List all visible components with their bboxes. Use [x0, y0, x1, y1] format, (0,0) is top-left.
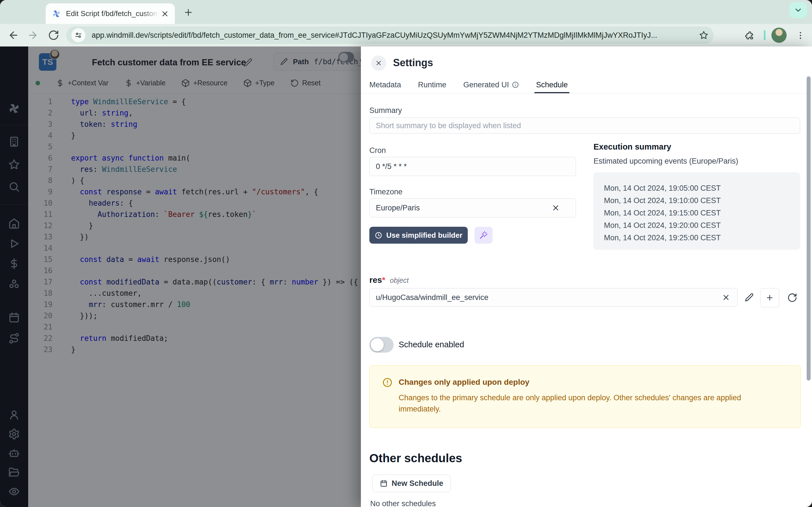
close-icon	[375, 59, 382, 67]
tab-close-icon[interactable]	[161, 10, 169, 18]
summary-label: Summary	[369, 106, 402, 115]
wand-icon	[479, 231, 488, 239]
browser-tab[interactable]: Edit Script f/bd/fetch_custom	[46, 3, 175, 24]
new-tab-button[interactable]	[183, 7, 193, 17]
other-schedules-heading: Other schedules	[369, 452, 462, 465]
ai-wand-button[interactable]	[474, 227, 493, 244]
clear-timezone-icon[interactable]	[552, 204, 560, 212]
res-resource-input[interactable]	[369, 288, 738, 307]
res-arg-label: res*object	[369, 275, 409, 285]
clock-icon	[375, 231, 382, 239]
simplified-builder-button[interactable]: Use simplified builder	[369, 227, 468, 244]
add-resource-button-small[interactable]	[760, 288, 779, 307]
tab-label: Schedule	[536, 80, 568, 89]
tab-label: Generated UI	[463, 80, 509, 89]
tab-generated-ui[interactable]: Generated UI	[463, 76, 519, 93]
browser-tabstrip: Edit Script f/bd/fetch_custom	[0, 0, 812, 24]
calendar-icon	[380, 480, 388, 487]
drawer-scrollbar[interactable]	[807, 76, 811, 381]
alert-circle-icon	[382, 377, 393, 388]
settings-tabs: MetadataRuntimeGenerated UISchedule	[361, 76, 812, 94]
edit-res-pencil-icon[interactable]	[744, 293, 754, 302]
browser-profile-avatar[interactable]	[771, 27, 786, 43]
res-type: object	[390, 276, 409, 284]
url-text: app.windmill.dev/scripts/edit/f/bd/fetch…	[92, 31, 695, 40]
res-name: res	[369, 275, 382, 284]
refresh-res-icon[interactable]	[787, 293, 797, 303]
url-bar[interactable]: app.windmill.dev/scripts/edit/f/bd/fetch…	[66, 26, 714, 44]
forward-button[interactable]	[27, 30, 38, 41]
event-row: Mon, 14 Oct 2024, 19:25:00 CEST	[604, 231, 800, 244]
windmill-app: TS Fetch customer data from EE service P…	[0, 47, 812, 507]
timezone-input[interactable]	[369, 198, 576, 217]
settings-title: Settings	[393, 57, 433, 69]
timezone-label: Timezone	[369, 187, 403, 196]
info-icon	[512, 81, 519, 89]
simplified-builder-label: Use simplified builder	[386, 231, 462, 240]
tune-icon	[74, 31, 82, 39]
toolbar-separator	[764, 30, 765, 40]
tab-runtime[interactable]: Runtime	[418, 76, 447, 93]
chevron-down-icon	[794, 6, 803, 15]
warning-body: Changes to the primary schedule are only…	[399, 392, 779, 414]
bookmark-star-icon[interactable]	[699, 31, 709, 40]
browser-window: Edit Script f/bd/fetch_custom app.windmi…	[0, 0, 812, 507]
back-button[interactable]	[8, 30, 19, 41]
schedule-enabled-toggle[interactable]	[369, 337, 394, 353]
new-schedule-button[interactable]: New Schedule	[372, 474, 451, 492]
event-row: Mon, 14 Oct 2024, 19:10:00 CEST	[604, 194, 800, 207]
summary-input[interactable]	[369, 117, 800, 134]
tab-title: Edit Script f/bd/fetch_custom	[66, 9, 159, 18]
browser-toolbar: app.windmill.dev/scripts/edit/f/bd/fetch…	[0, 24, 812, 47]
execution-summary-subheading: Estimated upcoming events (Europe/Paris)	[594, 157, 738, 166]
extensions-icon[interactable]	[745, 31, 754, 40]
no-other-schedules-text: No other schedules	[370, 499, 436, 507]
reload-button[interactable]	[48, 30, 59, 41]
plus-icon	[765, 293, 774, 302]
cron-label: Cron	[369, 146, 386, 155]
res-required-asterisk: *	[382, 275, 386, 284]
site-settings-button[interactable]	[71, 28, 86, 42]
tab-schedule[interactable]: Schedule	[536, 76, 568, 93]
browser-menu-icon[interactable]	[796, 31, 805, 40]
tab-metadata[interactable]: Metadata	[369, 76, 401, 93]
settings-drawer: Settings MetadataRuntimeGenerated UISche…	[361, 47, 812, 507]
warning-title: Changes only applied upon deploy	[399, 378, 529, 387]
clear-res-icon[interactable]	[722, 293, 730, 302]
cron-input[interactable]	[369, 157, 576, 176]
schedule-enabled-label: Schedule enabled	[399, 340, 464, 349]
tab-search-button[interactable]	[790, 2, 807, 18]
close-button[interactable]	[371, 55, 386, 71]
event-row: Mon, 14 Oct 2024, 19:05:00 CEST	[604, 182, 800, 194]
windmill-favicon-icon	[51, 9, 61, 19]
tab-label: Metadata	[369, 80, 401, 89]
event-row: Mon, 14 Oct 2024, 19:15:00 CEST	[604, 207, 800, 219]
execution-summary-heading: Execution summary	[594, 142, 671, 152]
new-schedule-label: New Schedule	[392, 479, 443, 488]
tab-label: Runtime	[418, 80, 447, 89]
events-box: Mon, 14 Oct 2024, 19:05:00 CESTMon, 14 O…	[594, 172, 800, 250]
event-row: Mon, 14 Oct 2024, 19:20:00 CEST	[604, 219, 800, 231]
